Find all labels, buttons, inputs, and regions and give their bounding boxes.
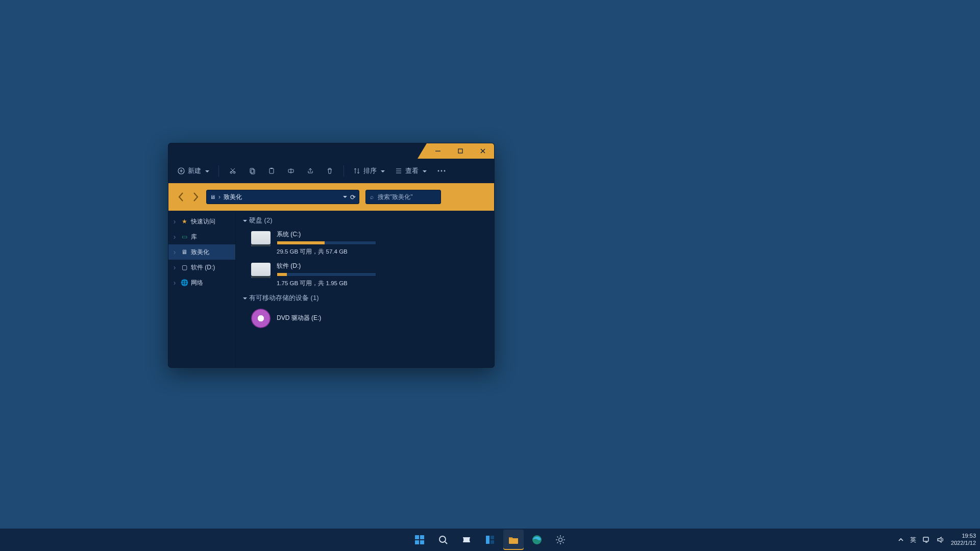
widgets-button[interactable]: [480, 530, 500, 550]
drive-item-c[interactable]: 系统 (C:) 29.5 GB 可用，共 57.4 GB: [243, 228, 487, 260]
sidebar-item-quick-access[interactable]: › ★ 快速访问: [168, 214, 235, 229]
breadcrumb[interactable]: 🖥 › 致美化 ⟳: [206, 190, 359, 204]
nav-arrows: [175, 191, 200, 203]
refresh-button[interactable]: ⟳: [350, 193, 356, 201]
address-bar: 🖥 › 致美化 ⟳ ⌕ 搜索"致美化": [168, 183, 494, 211]
cut-button[interactable]: [224, 164, 241, 178]
svg-rect-6: [251, 169, 255, 174]
sort-button[interactable]: 排序: [349, 163, 389, 179]
chevron-down-icon: [243, 217, 247, 224]
sort-icon: [353, 167, 360, 174]
taskbar-center: [409, 530, 571, 550]
maximize-button[interactable]: [449, 143, 472, 158]
toolbar: 新建 排序 查看: [168, 159, 494, 183]
delete-button[interactable]: [321, 164, 338, 178]
breadcrumb-separator: ›: [218, 193, 220, 201]
sidebar-item-network[interactable]: › 🌐 网络: [168, 275, 235, 290]
view-button[interactable]: 查看: [391, 163, 431, 179]
svg-rect-0: [435, 151, 440, 151]
ime-indicator[interactable]: 英: [910, 536, 916, 544]
drive-item-d[interactable]: 软件 (D:) 1.75 GB 可用，共 1.95 GB: [243, 260, 487, 291]
svg-rect-26: [923, 537, 928, 541]
rename-button[interactable]: [282, 164, 300, 178]
breadcrumb-segment[interactable]: 致美化: [224, 193, 242, 202]
monitor-icon: 🖥: [210, 194, 215, 200]
svg-rect-22: [491, 536, 494, 539]
sort-label: 排序: [363, 166, 377, 176]
windows-icon: [414, 534, 425, 545]
share-button[interactable]: [302, 164, 319, 178]
copy-button[interactable]: [243, 164, 261, 178]
clock-date: 2022/1/12: [951, 540, 976, 547]
chevron-down-icon: [380, 167, 385, 175]
drive-item-dvd[interactable]: DVD 驱动器 (E:): [243, 306, 487, 332]
ellipsis-icon: [437, 170, 446, 172]
svg-rect-13: [415, 535, 419, 539]
svg-rect-16: [420, 540, 424, 544]
group-header-drives[interactable]: 硬盘 (2): [243, 216, 487, 225]
svg-rect-5: [250, 168, 254, 173]
clipboard-icon: [268, 167, 275, 174]
dvd-icon: [251, 309, 271, 328]
more-button[interactable]: [433, 167, 450, 175]
back-button[interactable]: [178, 191, 185, 203]
capacity-fill: [277, 273, 287, 276]
view-label: 查看: [405, 166, 419, 176]
sidebar-item-library[interactable]: › ▭ 库: [168, 229, 235, 244]
chevron-down-icon: [422, 167, 427, 175]
minimize-button[interactable]: [427, 143, 449, 158]
volume-icon[interactable]: [937, 536, 945, 543]
forward-button[interactable]: [192, 191, 199, 203]
svg-point-17: [439, 536, 446, 542]
search-icon: [438, 535, 448, 545]
paste-button[interactable]: [263, 164, 280, 178]
disk-icon: ▢: [181, 264, 188, 271]
titlebar[interactable]: [168, 143, 494, 159]
chevron-down-icon: [243, 294, 247, 302]
globe-icon: 🌐: [181, 279, 188, 286]
tray-overflow[interactable]: [898, 537, 904, 543]
window-controls: [427, 143, 494, 158]
svg-point-10: [438, 170, 439, 172]
separator: [218, 165, 219, 177]
file-explorer-taskbar[interactable]: [503, 530, 524, 550]
chevron-down-icon: [204, 167, 209, 175]
edge-icon: [531, 534, 543, 545]
star-icon: ★: [181, 218, 188, 225]
content-area: 硬盘 (2) 系统 (C:) 29.5 GB 可用，共 57.4 GB 软件 (…: [236, 211, 494, 367]
svg-point-11: [441, 170, 443, 172]
svg-rect-23: [491, 540, 494, 544]
svg-point-25: [559, 538, 562, 542]
search-input[interactable]: ⌕ 搜索"致美化": [365, 190, 441, 204]
svg-rect-15: [415, 540, 419, 544]
start-button[interactable]: [409, 530, 430, 550]
settings-button[interactable]: [550, 530, 571, 550]
path-dropdown[interactable]: [343, 193, 347, 201]
sidebar-item-software-d[interactable]: › ▢ 软件 (D:): [168, 260, 235, 275]
new-button[interactable]: 新建: [174, 163, 213, 179]
sidebar-item-label: 致美化: [191, 248, 209, 257]
sidebar: › ★ 快速访问 › ▭ 库 › 🖥 致美化 › ▢ 软件 (D:) › 🌐: [168, 211, 236, 367]
drive-name: 软件 (D:): [277, 262, 486, 270]
network-icon[interactable]: [922, 536, 930, 543]
taskview-button[interactable]: [456, 530, 477, 550]
svg-rect-1: [458, 149, 462, 153]
svg-rect-18: [463, 537, 470, 542]
group-header-removable[interactable]: 有可移动存储的设备 (1): [243, 293, 487, 303]
scissors-icon: [229, 167, 236, 174]
search-placeholder: 搜索"致美化": [378, 193, 413, 202]
clock[interactable]: 19:53 2022/1/12: [951, 533, 976, 547]
expand-icon: ›: [172, 248, 178, 256]
close-button[interactable]: [472, 143, 494, 158]
expand-icon: ›: [172, 217, 178, 226]
sidebar-item-label: 库: [191, 233, 197, 241]
widgets-icon: [485, 535, 495, 545]
search-button[interactable]: [433, 530, 453, 550]
drive-icon: [251, 263, 271, 278]
search-icon: ⌕: [370, 193, 374, 201]
edge-button[interactable]: [527, 530, 547, 550]
sidebar-item-this-pc[interactable]: › 🖥 致美化: [168, 244, 235, 260]
copy-icon: [249, 167, 256, 174]
gear-icon: [555, 535, 566, 545]
capacity-bar: [277, 272, 376, 277]
